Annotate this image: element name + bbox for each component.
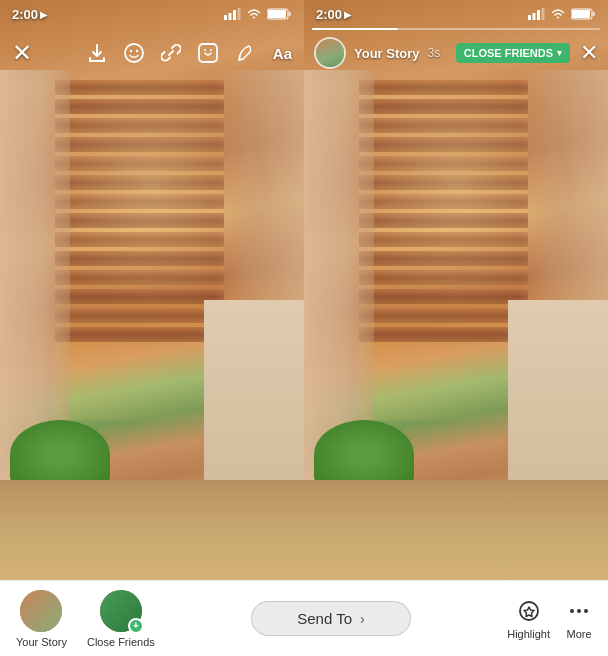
svg-rect-3: [238, 8, 241, 20]
left-status-time: 2:00: [12, 7, 38, 22]
svg-point-9: [136, 50, 138, 52]
battery-icon: [267, 8, 292, 20]
svg-rect-19: [593, 12, 596, 16]
svg-point-11: [204, 49, 206, 51]
chevron-down-icon: ▾: [557, 48, 562, 58]
svg-rect-1: [229, 13, 232, 20]
svg-point-23: [584, 609, 588, 613]
close-button[interactable]: ✕: [12, 39, 32, 67]
svg-point-21: [570, 609, 574, 613]
story-time: 3s: [428, 46, 441, 60]
text-icon[interactable]: Aa: [273, 45, 292, 62]
highlight-icon: [516, 598, 542, 624]
right-signal-icon: [528, 8, 545, 20]
close-friends-label: CLOSE FRIENDS: [464, 47, 553, 59]
sticker-icon[interactable]: [197, 42, 219, 64]
send-to-container: Send To ›: [171, 601, 491, 636]
svg-rect-14: [533, 13, 536, 20]
close-friends-item[interactable]: + Close Friends: [87, 590, 155, 648]
svg-rect-13: [528, 15, 531, 20]
svg-rect-16: [542, 8, 545, 20]
your-story-label: Your Story: [16, 636, 67, 648]
left-status-arrow: ▶: [40, 9, 48, 20]
send-arrow-icon: ›: [360, 611, 365, 627]
plus-icon: +: [128, 618, 144, 634]
svg-point-12: [210, 49, 212, 51]
svg-rect-2: [233, 10, 236, 20]
right-wifi-icon: [550, 8, 566, 20]
bottom-right-actions: Highlight More: [507, 598, 592, 640]
bottom-left-stories: Your Story + Close Friends: [16, 590, 155, 648]
your-story-avatar: [20, 590, 62, 632]
draw-icon[interactable]: [235, 42, 257, 64]
close-friends-button[interactable]: CLOSE FRIENDS ▾: [456, 43, 570, 63]
emoji-icon[interactable]: [123, 42, 145, 64]
more-icon: [566, 598, 592, 624]
right-status-arrow: ▶: [344, 9, 352, 20]
svg-rect-6: [289, 12, 292, 16]
send-to-button[interactable]: Send To ›: [251, 601, 411, 636]
story-avatar: [314, 37, 346, 69]
highlight-label: Highlight: [507, 628, 550, 640]
bottom-bar: Your Story + Close Friends Send To › Hig…: [0, 580, 608, 656]
right-close-button[interactable]: ✕: [580, 40, 598, 66]
left-toolbar: ✕ Aa: [0, 28, 304, 78]
svg-point-7: [125, 44, 143, 62]
story-username: Your Story: [354, 46, 420, 61]
svg-rect-18: [572, 10, 590, 18]
close-friends-label: Close Friends: [87, 636, 155, 648]
story-info: Your Story 3s: [314, 37, 456, 69]
close-friends-avatar: +: [100, 590, 142, 632]
more-item[interactable]: More: [566, 598, 592, 640]
wifi-icon: [246, 8, 262, 20]
more-label: More: [566, 628, 591, 640]
svg-rect-0: [224, 15, 227, 20]
svg-point-22: [577, 609, 581, 613]
svg-point-20: [520, 602, 538, 620]
svg-point-8: [130, 50, 132, 52]
signal-icon: [224, 8, 241, 20]
highlight-item[interactable]: Highlight: [507, 598, 550, 640]
progress-bar: [312, 28, 600, 30]
send-to-label: Send To: [297, 610, 352, 627]
download-icon[interactable]: [87, 43, 107, 63]
svg-rect-10: [199, 44, 217, 62]
right-header: Your Story 3s CLOSE FRIENDS ▾ ✕: [304, 28, 608, 78]
svg-rect-15: [537, 10, 540, 20]
link-icon[interactable]: [161, 43, 181, 63]
your-story-item[interactable]: Your Story: [16, 590, 67, 648]
right-status-time: 2:00: [316, 7, 342, 22]
svg-rect-5: [268, 10, 286, 18]
right-battery-icon: [571, 8, 596, 20]
